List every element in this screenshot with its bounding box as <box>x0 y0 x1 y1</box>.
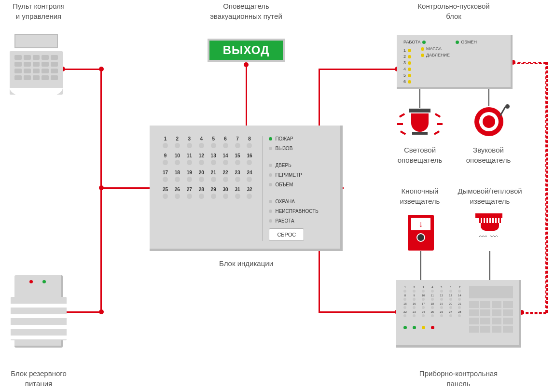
indicator-cell: 12 <box>197 153 206 165</box>
led-gray-icon <box>269 164 272 167</box>
wire <box>319 311 398 313</box>
indicator-cell: 26 <box>173 187 181 199</box>
cp-cell: 16 <box>411 302 418 309</box>
keypad-device <box>10 34 63 101</box>
led-gray-icon <box>269 183 272 186</box>
wire-dashed <box>513 62 546 64</box>
cp-cell: 5 <box>438 286 445 293</box>
cp-cell: 25 <box>429 310 436 317</box>
control-panel-display <box>469 286 513 298</box>
indicator-cell: 8 <box>245 136 253 148</box>
power-block-device <box>14 275 63 348</box>
led-yellow-icon <box>408 74 411 77</box>
wire-dashed <box>521 312 546 314</box>
led-yellow-icon <box>408 61 411 65</box>
status-label: ОБЪЕМ <box>275 182 293 187</box>
cp-cell: 13 <box>447 294 454 301</box>
launch-num: 1 <box>403 48 406 53</box>
launch-num: 4 <box>403 67 406 71</box>
connector-line <box>420 251 421 281</box>
cp-cell: 26 <box>438 310 445 317</box>
led-yellow-icon <box>408 55 411 58</box>
led-green-icon <box>413 326 416 329</box>
launch-block-device: РАБОТА ОБМЕН 1 2 3 4 5 6 МАССА ДАВЛЕНИЕ <box>397 35 513 89</box>
indicator-grid: 1234567891011121314151617181920212223242… <box>161 136 253 199</box>
cp-cell: 15 <box>402 302 409 309</box>
cp-cell: 4 <box>429 286 436 293</box>
cp-cell: 23 <box>411 310 418 317</box>
launch-num: 3 <box>403 60 406 65</box>
exit-sign: ВЫХОД <box>208 39 285 62</box>
indicator-cell: 28 <box>197 187 206 199</box>
led-yellow-icon <box>408 49 411 52</box>
indicator-cell: 21 <box>209 170 218 182</box>
indicator-cell: 27 <box>185 187 194 199</box>
smoke-detector-icon: 〰〰 <box>475 213 504 247</box>
cp-cell: 6 <box>447 286 454 293</box>
connector-line <box>419 89 420 108</box>
indicator-cell: 2 <box>173 136 181 148</box>
indicator-cell: 14 <box>222 153 230 165</box>
label-indicator-block: Блок индикации <box>198 258 294 268</box>
status-label: ПОЖАР <box>275 136 293 141</box>
indicator-cell: 31 <box>234 187 242 199</box>
cp-cell: 27 <box>447 310 454 317</box>
indicator-cell: 15 <box>234 153 242 165</box>
cp-cell: 18 <box>429 302 436 309</box>
launch-num: 2 <box>403 54 406 59</box>
led-green-icon <box>42 280 46 283</box>
indicator-cell: 16 <box>245 153 253 165</box>
call-point-button-icon <box>416 233 425 242</box>
launch-right-label: ДАВЛЕНИЕ <box>426 53 450 57</box>
cp-cell: 7 <box>456 286 463 293</box>
led-gray-icon <box>269 200 272 203</box>
launch-num: 6 <box>403 79 406 84</box>
label-power-block: Блок резервногопитания <box>0 368 77 389</box>
launch-left-label: РАБОТА <box>403 40 420 44</box>
status-label: ВЫЗОВ <box>275 146 292 151</box>
reset-button[interactable]: СБРОС <box>269 228 304 241</box>
wire <box>246 64 247 126</box>
indicator-cell: 11 <box>185 153 194 165</box>
wire <box>100 69 102 312</box>
label-control-panel: Приборно-контрольнаяпанель <box>396 368 521 389</box>
indicator-cell: 18 <box>173 170 181 182</box>
indicator-cell: 17 <box>161 170 169 182</box>
label-call-point: Кнопочныйизвещатель <box>391 186 449 206</box>
indicator-cell: 24 <box>245 170 253 182</box>
indicator-cell: 7 <box>234 136 242 148</box>
status-label: ПЕРИМЕТР <box>275 172 302 178</box>
indicator-cell: 13 <box>209 153 218 165</box>
led-yellow-icon <box>408 80 411 84</box>
status-label: РАБОТА <box>275 218 294 224</box>
indicator-block-device: 1234567891011121314151617181920212223242… <box>150 126 343 251</box>
control-panel-device: 1234567891011121314151617181920212223242… <box>396 280 521 348</box>
led-green-icon <box>269 137 272 140</box>
cp-cell: 1 <box>402 286 409 293</box>
wire <box>319 69 398 70</box>
led-yellow-icon <box>408 68 411 71</box>
control-panel-keypad <box>469 301 513 333</box>
cp-cell: 2 <box>411 286 418 293</box>
label-light-alarm: Световойоповещатель <box>391 145 449 165</box>
status-label: ДВЕРЬ <box>275 163 291 168</box>
cp-cell: 22 <box>402 310 409 317</box>
launch-num: 5 <box>403 73 406 78</box>
label-exit-sign: Оповещательэвакуационных путей <box>193 1 299 21</box>
cp-cell: 17 <box>420 302 427 309</box>
led-yellow-icon <box>421 47 424 51</box>
control-panel-grid: 1234567891011121314151617181920212223242… <box>402 286 463 317</box>
cp-cell: 10 <box>420 294 427 301</box>
led-green-icon <box>422 41 426 44</box>
wire-dashed <box>545 62 548 313</box>
led-green-icon <box>456 41 459 44</box>
cp-cell: 24 <box>420 310 427 317</box>
cp-cell: 3 <box>420 286 427 293</box>
indicator-cell: 30 <box>222 187 230 199</box>
label-sound-alarm: Звуковойоповещатель <box>459 145 517 165</box>
keypad-screen <box>14 34 58 48</box>
indicator-cell: 25 <box>161 187 169 199</box>
led-gray-icon <box>269 173 272 177</box>
cp-cell: 20 <box>447 302 454 309</box>
cp-cell: 8 <box>402 294 409 301</box>
